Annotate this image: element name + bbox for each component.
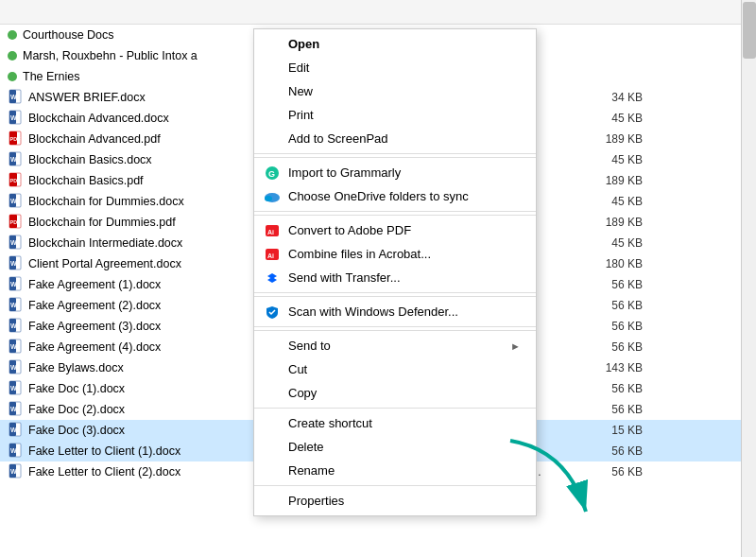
- menu-item-copy[interactable]: Copy: [254, 381, 536, 405]
- file-name-cell: W Blockchain Basics.docx: [0, 151, 255, 169]
- menu-item-open[interactable]: Open: [254, 32, 536, 56]
- file-size: 56 KB: [586, 278, 662, 291]
- submenu-arrow-icon: ►: [510, 340, 521, 352]
- menu-item-label: Properties: [288, 494, 344, 508]
- svg-text:W: W: [10, 156, 17, 163]
- word-icon: W: [8, 297, 23, 315]
- word-icon: W: [8, 110, 23, 128]
- scrollbar-thumb[interactable]: [743, 2, 756, 59]
- svg-text:W: W: [10, 322, 17, 329]
- word-icon: W: [8, 380, 23, 398]
- file-size: 45 KB: [586, 195, 662, 208]
- menu-item-send-with-transfer[interactable]: Send with Transfer...: [254, 266, 536, 293]
- menu-item-properties[interactable]: Properties: [254, 489, 536, 513]
- menu-item-delete[interactable]: Delete: [254, 435, 536, 459]
- file-size: 45 KB: [586, 236, 662, 250]
- file-name: Client Portal Agreement.docx: [28, 257, 181, 270]
- word-icon: W: [8, 255, 23, 273]
- svg-text:W: W: [10, 364, 17, 371]
- menu-item-label: New: [288, 84, 313, 98]
- menu-item-new[interactable]: New: [254, 79, 536, 103]
- menu-item-print[interactable]: Print: [254, 103, 536, 127]
- file-name-cell: PDF Blockchain Basics.pdf: [0, 172, 255, 190]
- menu-item-convert-to-adobe-pdf[interactable]: Ai Convert to Adobe PDF: [254, 218, 536, 242]
- menu-item-choose-onedrive-folders-to-sync[interactable]: Choose OneDrive folders to sync: [254, 184, 536, 212]
- file-size: 189 KB: [586, 132, 662, 146]
- file-size: 189 KB: [586, 216, 662, 229]
- file-name: The Ernies: [23, 70, 79, 83]
- svg-text:W: W: [10, 114, 17, 121]
- file-name: Blockchain Intermediate.docx: [28, 236, 182, 250]
- context-menu: OpenEditNewPrintAdd to ScreenPad G Impor…: [253, 28, 537, 516]
- file-name-cell: W Fake Letter to Client (1).docx: [0, 443, 255, 461]
- file-name-cell: W Fake Agreement (3).docx: [0, 318, 255, 336]
- file-name: Fake Letter to Client (1).docx: [28, 444, 180, 458]
- word-icon: W: [8, 443, 23, 461]
- menu-item-label: Add to ScreenPad: [288, 131, 388, 146]
- file-name-cell: W Fake Doc (2).docx: [0, 401, 255, 419]
- file-name-cell: Marsh, Rouxbehn - Public Intox a: [0, 49, 255, 62]
- svg-text:PDF: PDF: [10, 178, 22, 183]
- file-size: 15 KB: [586, 424, 662, 437]
- file-size: 34 KB: [586, 91, 662, 104]
- menu-item-cut[interactable]: Cut: [254, 357, 536, 381]
- file-name-cell: W Fake Bylaws.docx: [0, 359, 255, 377]
- file-name: Fake Agreement (2).docx: [28, 299, 161, 312]
- svg-text:W: W: [10, 281, 17, 287]
- scrollbar[interactable]: [741, 0, 756, 557]
- menu-item-label: Import to Grammarly: [288, 165, 401, 180]
- file-size: 180 KB: [586, 257, 662, 270]
- menu-item-rename[interactable]: Rename: [254, 459, 536, 482]
- file-size: 56 KB: [586, 340, 662, 354]
- menu-item-edit[interactable]: Edit: [254, 56, 536, 79]
- menu-item-label: Print: [288, 108, 314, 122]
- svg-text:PDF: PDF: [10, 219, 22, 225]
- file-size: 56 KB: [586, 444, 662, 458]
- menu-item-label: Copy: [288, 386, 317, 400]
- menu-item-combine-files-in-acrobat[interactable]: Ai Combine files in Acrobat...: [254, 242, 536, 266]
- file-name-cell: PDF Blockchain for Dummies.pdf: [0, 214, 255, 232]
- svg-text:Ai: Ai: [267, 229, 274, 235]
- menu-item-label: Scan with Windows Defender...: [288, 305, 458, 319]
- svg-marker-66: [267, 277, 277, 283]
- word-icon: W: [8, 401, 23, 419]
- menu-item-label: Open: [288, 37, 319, 51]
- svg-text:Ai: Ai: [267, 252, 274, 259]
- file-size: 56 KB: [586, 382, 662, 395]
- menu-item-create-shortcut[interactable]: Create shortcut: [254, 411, 536, 435]
- file-name: Blockchain for Dummies.pdf: [28, 216, 176, 229]
- onedrive-icon: [264, 188, 281, 205]
- file-name-cell: W Blockchain Advanced.docx: [0, 110, 255, 128]
- defender-icon: [264, 304, 281, 321]
- menu-item-label: Send to: [288, 339, 331, 353]
- menu-item-send-to[interactable]: Send to►: [254, 334, 536, 357]
- menu-item-import-to-grammarly[interactable]: G Import to Grammarly: [254, 161, 536, 184]
- file-name-cell: W Fake Doc (3).docx: [0, 422, 255, 440]
- svg-text:W: W: [10, 447, 17, 454]
- file-name: Fake Agreement (1).docx: [28, 278, 161, 291]
- word-icon: W: [8, 422, 23, 440]
- svg-text:W: W: [10, 343, 17, 350]
- pdf-icon: PDF: [8, 172, 23, 190]
- menu-item-label: Cut: [288, 362, 307, 376]
- menu-divider: [254, 215, 536, 216]
- file-size: 143 KB: [586, 361, 662, 374]
- file-name-cell: The Ernies: [0, 70, 255, 83]
- word-icon: W: [8, 276, 23, 294]
- folder-icon: [8, 30, 17, 40]
- menu-item-label: Rename: [288, 463, 335, 478]
- acrobat-icon: Ai: [264, 222, 281, 239]
- word-icon: W: [8, 235, 23, 252]
- word-icon: W: [8, 89, 23, 107]
- menu-item-scan-with-windows-defender[interactable]: Scan with Windows Defender...: [254, 300, 536, 327]
- svg-text:G: G: [268, 169, 275, 179]
- file-name: Marsh, Rouxbehn - Public Intox a: [23, 49, 198, 62]
- file-name: Blockchain for Dummies.docx: [28, 195, 184, 208]
- file-name: Blockchain Advanced.docx: [28, 112, 169, 125]
- menu-divider: [254, 408, 536, 409]
- menu-item-add-to-screenpad[interactable]: Add to ScreenPad: [254, 127, 536, 154]
- file-name-cell: W Fake Agreement (4).docx: [0, 339, 255, 357]
- svg-text:W: W: [10, 260, 17, 267]
- menu-item-label: Create shortcut: [288, 416, 372, 430]
- file-name: ANSWER BRIEF.docx: [28, 91, 146, 104]
